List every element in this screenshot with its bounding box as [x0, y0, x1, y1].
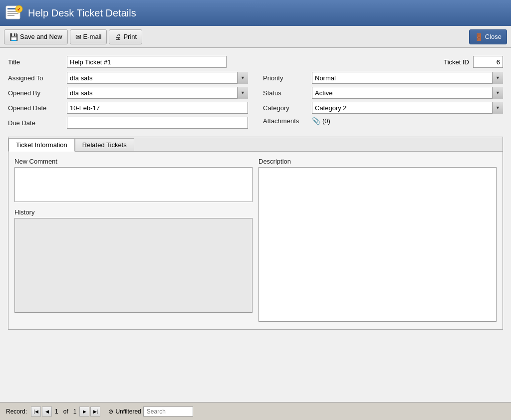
new-comment-label: New Comment	[14, 158, 253, 165]
history-box	[14, 218, 253, 313]
tab-header: Ticket Information Related Tickets	[8, 137, 503, 152]
due-date-row: Due Date	[8, 117, 248, 129]
tab-inner: New Comment History Description	[14, 158, 497, 323]
ticket-id-label: Ticket ID	[444, 58, 469, 66]
tab-panel: Ticket Information Related Tickets New C…	[8, 137, 503, 330]
print-icon: 🖨	[114, 33, 121, 41]
record-total: 1	[73, 408, 77, 415]
tab-content: New Comment History Description	[8, 152, 503, 329]
tab-ticket-information[interactable]: Ticket Information	[8, 138, 75, 152]
title-row: Title Ticket ID	[8, 56, 503, 68]
title-input[interactable]	[67, 56, 227, 68]
print-label: Print	[123, 33, 137, 40]
close-label: Close	[485, 33, 502, 40]
assigned-to-select[interactable]: dfa safs	[67, 72, 248, 84]
nav-first-button[interactable]: |◀	[31, 407, 41, 417]
save-new-icon: 💾	[9, 33, 18, 41]
print-button[interactable]: 🖨 Print	[109, 29, 142, 44]
title-bar: ✓ Help Desk Ticket Details	[0, 0, 511, 26]
new-comment-textarea[interactable]	[14, 167, 253, 202]
search-input[interactable]	[143, 407, 193, 417]
description-label: Description	[258, 158, 497, 165]
opened-date-input[interactable]	[67, 102, 248, 114]
attachments-count: (0)	[322, 117, 330, 125]
priority-row: Priority Normal Low High Critical ▼	[263, 72, 503, 84]
nav-controls: |◀ ◀ 1 of 1 ▶ ▶|	[31, 407, 100, 417]
app-icon: ✓	[5, 4, 23, 22]
ticket-id-input[interactable]	[473, 56, 503, 68]
assigned-to-row: Assigned To dfa safs ▼	[8, 72, 248, 84]
close-button[interactable]: 🚪 Close	[469, 29, 507, 44]
opened-date-row: Opened Date	[8, 102, 248, 114]
nav-last-button[interactable]: ▶|	[90, 407, 100, 417]
nav-next-button[interactable]: ▶	[79, 407, 89, 417]
category-select[interactable]: Category 1 Category 2 Category 3	[312, 102, 503, 114]
svg-rect-3	[7, 13, 18, 14]
category-row: Category Category 1 Category 2 Category …	[263, 102, 503, 114]
opened-by-wrapper: dfa safs ▼	[67, 87, 248, 99]
opened-date-label: Opened Date	[8, 104, 63, 112]
filter-icon: ⊘	[108, 408, 113, 415]
window-title: Help Desk Ticket Details	[28, 7, 136, 19]
history-label: History	[14, 209, 253, 216]
svg-rect-4	[7, 15, 14, 16]
assigned-to-wrapper: dfa safs ▼	[67, 72, 248, 84]
record-label: Record:	[6, 408, 27, 415]
attachments-label: Attachments	[263, 117, 308, 125]
toolbar: 💾 Save and New ✉ E-mail 🖨 Print 🚪 Close	[0, 26, 511, 48]
nav-prev-button[interactable]: ◀	[42, 407, 52, 417]
assigned-to-label: Assigned To	[8, 74, 63, 82]
filter-text: Unfiltered	[115, 408, 141, 415]
save-and-new-button[interactable]: 💾 Save and New	[4, 29, 68, 44]
due-date-input[interactable]	[67, 117, 248, 129]
title-label: Title	[8, 58, 63, 66]
priority-label: Priority	[263, 74, 308, 82]
svg-text:✓: ✓	[17, 7, 21, 12]
due-date-label: Due Date	[8, 119, 63, 127]
description-textarea[interactable]	[258, 167, 497, 322]
email-button[interactable]: ✉ E-mail	[70, 29, 107, 44]
opened-by-label: Opened By	[8, 89, 63, 97]
main-content: Title Ticket ID Assigned To dfa safs ▼ O…	[0, 48, 511, 402]
tab-right-col: Description	[258, 158, 497, 323]
status-filter: ⊘ Unfiltered	[108, 408, 141, 415]
priority-wrapper: Normal Low High Critical ▼	[312, 72, 503, 84]
opened-by-select[interactable]: dfa safs	[67, 87, 248, 99]
category-label: Category	[263, 104, 308, 112]
status-wrapper: Active Closed Pending ▼	[312, 87, 503, 99]
svg-rect-1	[7, 8, 16, 9]
priority-select[interactable]: Normal Low High Critical	[312, 72, 503, 84]
status-select[interactable]: Active Closed Pending	[312, 87, 503, 99]
tab-left-col: New Comment History	[14, 158, 253, 323]
record-current: 1	[55, 408, 58, 415]
attachments-row: Attachments 📎 (0)	[263, 117, 503, 125]
form-section: Assigned To dfa safs ▼ Opened By dfa saf…	[8, 72, 503, 129]
email-label: E-mail	[83, 33, 102, 40]
category-wrapper: Category 1 Category 2 Category 3 ▼	[312, 102, 503, 114]
status-row: Status Active Closed Pending ▼	[263, 87, 503, 99]
status-label: Status	[263, 89, 308, 97]
paperclip-icon: 📎	[312, 117, 320, 125]
status-bar: Record: |◀ ◀ 1 of 1 ▶ ▶| ⊘ Unfiltered	[0, 402, 511, 420]
email-icon: ✉	[75, 33, 81, 41]
record-of-label: of	[63, 408, 68, 415]
opened-by-row: Opened By dfa safs ▼	[8, 87, 248, 99]
save-new-label: Save and New	[20, 33, 62, 40]
form-right: Priority Normal Low High Critical ▼ Stat…	[263, 72, 503, 129]
attachments-cell: 📎 (0)	[312, 117, 330, 125]
close-icon: 🚪	[475, 33, 483, 41]
tab-related-tickets[interactable]: Related Tickets	[75, 138, 134, 151]
form-left: Assigned To dfa safs ▼ Opened By dfa saf…	[8, 72, 248, 129]
